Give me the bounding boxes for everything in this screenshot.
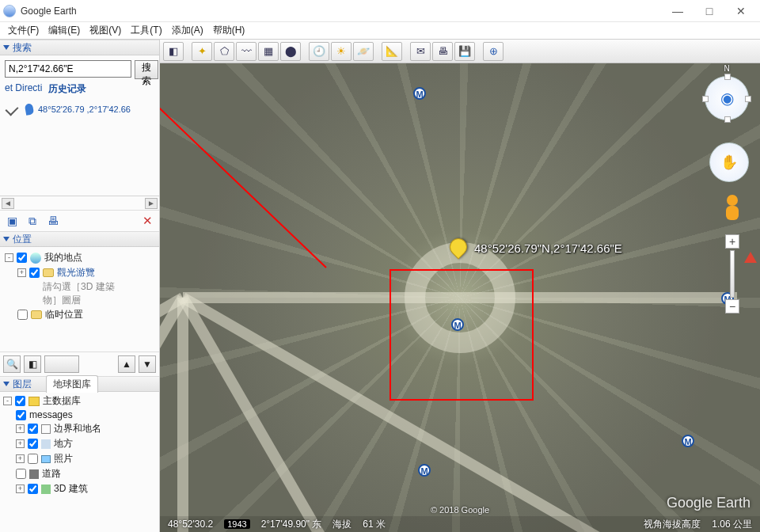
borders-icon [41, 424, 51, 434]
expand-icon[interactable]: + [17, 268, 26, 277]
compass-down-icon[interactable] [724, 116, 731, 123]
north-indicator-icon[interactable] [744, 252, 757, 263]
roads-checkbox[interactable] [16, 469, 26, 479]
print-button[interactable]: 🖶 [432, 42, 453, 61]
up-button[interactable]: ▲ [118, 355, 135, 373]
gallery-tab[interactable]: 地球图库 [46, 375, 98, 393]
ruler-button[interactable]: 📐 [382, 42, 402, 61]
app-logo-icon [3, 5, 16, 17]
messages-checkbox[interactable] [16, 410, 26, 420]
expand-icon[interactable]: - [5, 253, 13, 262]
scroll-right-icon[interactable]: ► [145, 198, 158, 209]
status-coords: 48°52'30.2 [168, 519, 213, 530]
menu-add[interactable]: 添加(A) [167, 22, 208, 39]
slider-button[interactable] [44, 355, 79, 373]
expand-icon[interactable]: + [16, 484, 25, 493]
myplaces-label[interactable]: 我的地点 [44, 251, 82, 264]
hand-icon: ✋ [720, 154, 738, 171]
metro-icon[interactable]: M [682, 435, 694, 447]
print-search-icon[interactable]: 🖶 [46, 214, 60, 228]
panel-button[interactable]: ◧ [24, 355, 41, 373]
history-item[interactable]: 48°52'26.79 ,2°17'42.66 [0, 99, 159, 120]
zoom-out-button[interactable]: − [725, 299, 739, 314]
metro-icon[interactable]: M [418, 464, 431, 477]
sightseeing-label[interactable]: 觀光游覽 [57, 266, 95, 279]
map-viewport[interactable]: ◧ ✦ ⬠ 〰 ▦ ⬤ 🕘 ☀ 🪐 📐 ✉ 🖶 💾 ⊕ [160, 40, 760, 532]
expand-icon[interactable]: + [16, 439, 25, 448]
expand-icon[interactable]: + [16, 424, 25, 433]
zoom-control: + − [725, 234, 739, 314]
record-tour-button[interactable]: ⬤ [280, 42, 301, 61]
compass-left-icon[interactable] [702, 96, 709, 102]
search-scrollbar[interactable]: ◄► [0, 196, 159, 210]
places-layer-checkbox[interactable] [28, 439, 38, 449]
metro-icon[interactable]: M [451, 318, 464, 331]
sunlight-button[interactable]: ☀ [331, 42, 352, 61]
menu-edit[interactable]: 编辑(E) [44, 22, 85, 39]
history-tab[interactable]: 历史记录 [48, 82, 86, 96]
clear-search-icon[interactable]: ✕ [140, 214, 154, 228]
primarydb-checkbox[interactable] [15, 396, 25, 406]
panel-header-places[interactable]: 位置 [0, 231, 159, 247]
zoom-slider[interactable] [730, 250, 735, 298]
messages-label[interactable]: messages [29, 409, 73, 420]
buildings-icon [41, 484, 51, 494]
panel-header-layers[interactable]: 图层地球图库 [0, 376, 159, 392]
borders-checkbox[interactable] [28, 424, 38, 434]
menu-tools[interactable]: 工具(T) [126, 22, 166, 39]
compass-right-icon[interactable] [745, 96, 751, 102]
history-button[interactable]: 🕘 [309, 42, 329, 61]
borders-label[interactable]: 边界和地名 [54, 422, 101, 435]
myplaces-checkbox[interactable] [17, 253, 27, 263]
search-button[interactable]: 搜索 [135, 60, 158, 79]
add-path-button[interactable]: 〰 [236, 42, 256, 61]
menu-help[interactable]: 帮助(H) [208, 22, 250, 39]
placemark-pin-icon[interactable] [450, 238, 470, 268]
photos-label[interactable]: 照片 [54, 452, 73, 466]
menu-file[interactable]: 文件(F) [3, 22, 44, 39]
search-input[interactable] [5, 60, 131, 78]
save-search-icon[interactable]: ▣ [5, 214, 19, 228]
menu-view[interactable]: 视图(V) [85, 22, 126, 39]
scroll-left-icon[interactable]: ◄ [2, 198, 14, 209]
copy-search-icon[interactable]: ⧉ [25, 214, 40, 228]
buildings-checkbox[interactable] [28, 484, 38, 494]
buildings-label[interactable]: 3D 建筑 [54, 482, 88, 496]
collapse-icon [3, 382, 10, 386]
close-button[interactable]: ✕ [725, 2, 757, 20]
add-polygon-button[interactable]: ⬠ [214, 42, 234, 61]
photos-checkbox[interactable] [28, 454, 38, 464]
maximize-button[interactable]: □ [694, 2, 725, 20]
find-button[interactable]: 🔍 [3, 355, 21, 373]
metro-icon[interactable]: M [413, 87, 426, 100]
minimize-button[interactable]: — [662, 2, 694, 20]
get-directions-link[interactable]: et Directi [5, 82, 42, 96]
zoom-in-button[interactable]: + [725, 234, 739, 249]
view-in-maps-button[interactable]: ⊕ [483, 42, 504, 61]
email-button[interactable]: ✉ [410, 42, 431, 61]
sightseeing-checkbox[interactable] [29, 268, 40, 278]
expand-icon[interactable]: - [3, 397, 12, 405]
add-placemark-button[interactable]: ✦ [192, 42, 212, 61]
down-button[interactable]: ▼ [139, 355, 156, 373]
panel-header-search[interactable]: 搜索 [0, 40, 159, 55]
temp-places-label[interactable]: 临时位置 [45, 308, 83, 321]
add-image-button[interactable]: ▦ [258, 42, 279, 61]
pegman-icon[interactable] [724, 195, 741, 220]
viewport-toolbar: ◧ ✦ ⬠ 〰 ▦ ⬤ 🕘 ☀ 🪐 📐 ✉ 🖶 💾 ⊕ [160, 40, 760, 63]
hide-sidebar-button[interactable]: ◧ [163, 42, 184, 61]
title-bar: Google Earth — □ ✕ [0, 0, 760, 22]
temp-checkbox[interactable] [17, 310, 28, 320]
places-layer-label[interactable]: 地方 [54, 437, 73, 450]
compass-up-icon[interactable] [724, 74, 731, 80]
pan-control[interactable]: ✋ [709, 142, 749, 182]
expand-icon[interactable]: + [16, 454, 25, 463]
copyright: © 2018 Google [431, 505, 489, 515]
roads-label[interactable]: 道路 [42, 467, 61, 481]
save-image-button[interactable]: 💾 [454, 42, 475, 61]
placemark-label[interactable]: 48°52'26.79"N,2°17'42.66"E [474, 241, 622, 255]
planet-button[interactable]: 🪐 [353, 42, 374, 61]
primarydb-label[interactable]: 主数据库 [43, 394, 81, 408]
look-compass[interactable]: ◉ [705, 76, 749, 120]
svg-line-0 [160, 93, 326, 268]
